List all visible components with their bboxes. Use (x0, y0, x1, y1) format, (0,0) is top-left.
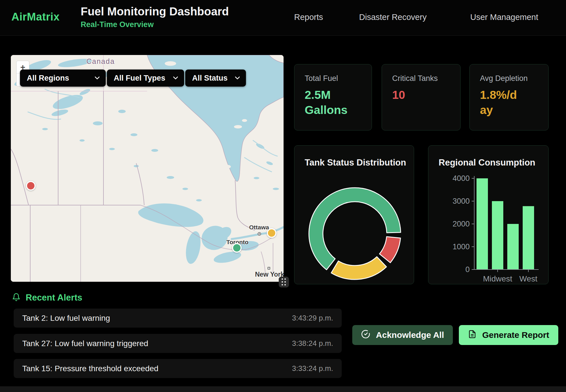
stat-card-total-fuel: Total Fuel 2.5M Gallons (294, 64, 372, 130)
stat-label: Total Fuel (305, 74, 361, 83)
header: AirMatrix Fuel Monitoring Dashboard Real… (0, 0, 566, 36)
file-text-icon (468, 330, 477, 341)
brand-logo[interactable]: AirMatrix (11, 11, 60, 23)
stat-card-critical-tanks: Critical Tanks 10 (382, 64, 461, 130)
fuel-type-filter-select[interactable]: All Fuel Types (107, 70, 184, 87)
new-york-town-icon (268, 267, 270, 270)
chevron-down-icon (94, 76, 100, 80)
tank-status-donut-chart (294, 146, 414, 284)
regional-consumption-card: Regional Consumption 01000200030004000Mi… (428, 145, 549, 284)
chevron-down-icon (173, 76, 178, 80)
acknowledge-all-button[interactable]: Acknowledge All (352, 325, 453, 345)
regional-consumption-bar-chart: 01000200030004000MidwestWest (428, 146, 549, 284)
map-resize-handle[interactable] (279, 277, 289, 287)
region-filter-select[interactable]: All Regions (20, 70, 106, 87)
bar-3 (523, 206, 534, 270)
y-tick-label: 3000 (453, 197, 470, 205)
status-filter-select[interactable]: All Status (185, 70, 246, 87)
y-tick-label: 0 (465, 265, 470, 274)
donut-segment-warning (331, 257, 386, 279)
page-title: Fuel Monitoring Dashboard (81, 5, 229, 18)
page-subtitle: Real-Time Overview (81, 20, 229, 29)
y-tick-label: 2000 (453, 220, 470, 228)
bell-icon (12, 292, 21, 303)
acknowledge-all-label: Acknowledge All (376, 330, 444, 340)
nav-user-management[interactable]: User Management (470, 13, 538, 22)
x-tick-label: West (519, 274, 537, 283)
stat-label: Avg Depletion (480, 74, 538, 83)
generate-report-label: Generate Report (482, 330, 549, 340)
map-marker-normal[interactable] (232, 243, 242, 253)
generate-report-button[interactable]: Generate Report (459, 325, 558, 345)
nav-reports[interactable]: Reports (294, 13, 323, 22)
donut-segment-critical (380, 237, 401, 263)
stat-value: 10 (392, 87, 450, 103)
check-circle-icon (361, 330, 370, 341)
map-marker-critical[interactable] (26, 181, 36, 191)
chevron-down-icon (235, 76, 240, 80)
fuel-type-filter-value: All Fuel Types (114, 74, 165, 83)
alert-text: Tank 2: Low fuel warning (22, 314, 110, 323)
alert-row[interactable]: Tank 2: Low fuel warning 3:43:29 p.m. (14, 309, 342, 328)
y-tick-label: 4000 (453, 174, 470, 183)
status-filter-value: All Status (192, 74, 228, 83)
footer-bar (0, 386, 566, 392)
y-tick-label: 1000 (453, 242, 470, 251)
fuel-map[interactable]: Canada Ottawa Toronto New York + − All R… (11, 55, 284, 282)
bar-2 (507, 224, 519, 270)
recent-alerts-title: Recent Alerts (26, 293, 82, 303)
x-tick-label: Midwest (483, 274, 512, 283)
alert-row[interactable]: Tank 15: Pressure threshold exceeded 3:3… (14, 359, 342, 378)
map-label-ottawa: Ottawa (249, 224, 269, 231)
ottawa-town-icon (258, 232, 261, 236)
basemap (11, 55, 284, 282)
map-label-canada: Canada (86, 57, 115, 66)
map-marker-warning[interactable] (267, 228, 276, 238)
stat-card-avg-depletion: Avg Depletion 1.8%/day (469, 64, 549, 130)
recent-alerts-header: Recent Alerts (12, 292, 82, 303)
bar-0 (477, 178, 488, 270)
alert-time: 3:33:24 p.m. (292, 364, 333, 373)
alert-time: 3:38:24 p.m. (292, 339, 333, 348)
alert-row[interactable]: Tank 27: Low fuel warning triggered 3:38… (14, 334, 342, 353)
region-filter-value: All Regions (27, 74, 69, 83)
stat-label: Critical Tanks (392, 74, 450, 83)
alert-text: Tank 15: Pressure threshold exceeded (22, 364, 158, 373)
bar-1 (492, 201, 503, 270)
stat-value: 2.5M Gallons (305, 87, 357, 118)
map-filters: All Regions All Fuel Types All Status (20, 70, 246, 87)
nav-disaster-recovery[interactable]: Disaster Recovery (359, 13, 427, 22)
alert-text: Tank 27: Low fuel warning triggered (22, 339, 148, 348)
alert-time: 3:43:29 p.m. (292, 314, 333, 322)
stat-value: 1.8%/day (480, 87, 523, 118)
tank-status-card: Tank Status Distribution (294, 145, 414, 284)
title-block: Fuel Monitoring Dashboard Real-Time Over… (81, 5, 229, 29)
